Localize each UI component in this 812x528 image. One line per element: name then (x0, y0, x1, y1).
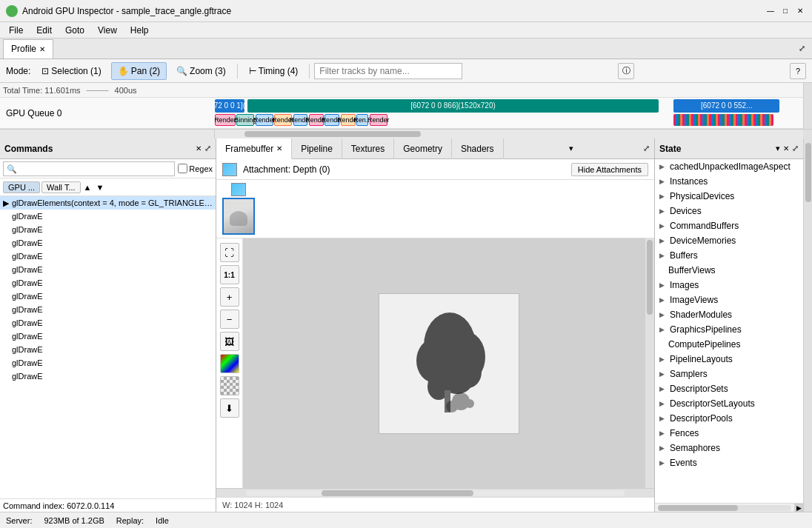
menu-goto[interactable]: Goto (59, 24, 90, 37)
state-item-7[interactable]: BufferViews (655, 263, 803, 278)
zoom-out-button[interactable]: − (220, 310, 239, 329)
state-outer-vscroll[interactable] (803, 138, 812, 512)
profile-tab-close[interactable]: ✕ (39, 45, 45, 53)
preview-vscroll[interactable] (645, 238, 654, 488)
command-row-12[interactable]: glDrawE (0, 356, 216, 370)
state-item-12[interactable]: ComputePipelines (655, 337, 803, 352)
sort-down-button[interactable]: ▼ (94, 183, 105, 192)
menu-edit[interactable]: Edit (30, 24, 58, 37)
horizontal-scrollbar[interactable] (0, 129, 812, 138)
render-bar-9[interactable]: Render (370, 114, 387, 126)
state-item-10[interactable]: ▶ ShaderModules (655, 307, 803, 322)
image-button[interactable]: 🖼 (220, 332, 239, 351)
selection-button[interactable]: ⊡ Selection (1) (35, 62, 107, 80)
state-item-6[interactable]: ▶ Buffers (655, 248, 803, 263)
state-item-5[interactable]: ▶ DeviceMemories (655, 233, 803, 248)
tab-textures[interactable]: Textures (342, 138, 394, 159)
state-close[interactable]: ✕ (783, 144, 789, 153)
tab-framebuffer-close[interactable]: ✕ (276, 144, 282, 153)
command-row-11[interactable]: glDrawE (0, 343, 216, 356)
depth-thumbnail[interactable] (222, 198, 255, 235)
state-item-1[interactable]: ▶ Instances (655, 174, 803, 189)
center-panel-chevron[interactable]: ▾ (565, 144, 578, 153)
download-button[interactable]: ⬇ (220, 398, 239, 418)
command-row-7[interactable]: glDrawE (0, 290, 216, 303)
state-item-14[interactable]: ▶ Samplers (655, 367, 803, 381)
render-bar-2[interactable]: Render (256, 114, 273, 126)
center-panel-expand[interactable]: ⤢ (639, 144, 654, 153)
state-item-0[interactable]: ▶ cachedUnpackedImageAspect (655, 159, 803, 174)
state-item-11[interactable]: ▶ GraphicsPipelines (655, 322, 803, 337)
actual-size-button[interactable]: 1:1 (220, 265, 239, 284)
render-bar-8[interactable]: Ren... (356, 114, 368, 126)
timing-button[interactable]: ⊢ Timing (4) (242, 62, 305, 80)
depth-thumbnail-container[interactable] (222, 183, 255, 235)
profile-tab[interactable]: Profile ✕ (3, 39, 53, 59)
state-item-20[interactable]: ▶ Events (655, 455, 803, 470)
restore-button[interactable]: □ (779, 5, 791, 17)
command-row-9[interactable]: glDrawE (0, 316, 216, 330)
state-item-13[interactable]: ▶ PipelineLayouts (655, 352, 803, 367)
state-item-3[interactable]: ▶ Devices (655, 204, 803, 218)
preview-hscroll[interactable] (216, 488, 654, 497)
palette-button[interactable]: 🎨 (220, 354, 239, 373)
gpu-block-0[interactable]: [6072 0 0 1](1... (215, 99, 244, 113)
menu-view[interactable]: View (92, 24, 123, 37)
state-item-16[interactable]: ▶ DescriptorSetLayouts (655, 396, 803, 411)
menu-help[interactable]: Help (124, 24, 155, 37)
commands-expand[interactable]: ⤢ (204, 144, 211, 153)
command-row-5[interactable]: glDrawE (0, 263, 216, 276)
fit-screen-button[interactable]: ⛶ (220, 243, 239, 262)
state-item-4[interactable]: ▶ CommandBuffers (655, 218, 803, 233)
state-item-18[interactable]: ▶ Fences (655, 426, 803, 441)
tab-framebuffer[interactable]: Framebuffer ✕ (216, 138, 292, 159)
state-item-8[interactable]: ▶ Images (655, 278, 803, 293)
filter-input[interactable] (314, 63, 462, 79)
dense-render-bars[interactable] (673, 114, 773, 126)
command-row-10[interactable]: glDrawE (0, 330, 216, 343)
state-item-9[interactable]: ▶ ImageViews (655, 293, 803, 307)
tab-shaders[interactable]: Shaders (452, 138, 504, 159)
minimize-button[interactable]: — (765, 5, 776, 17)
checkerboard-button[interactable] (220, 376, 239, 395)
pan-button[interactable]: ✋ Pan (2) (111, 62, 167, 80)
command-row-1[interactable]: glDrawE (0, 210, 216, 223)
regex-toggle[interactable]: Regex (178, 164, 213, 173)
render-bar-1[interactable]: Binning (236, 114, 254, 126)
gpu-block-2[interactable]: [6072 0 0 552... (673, 99, 779, 113)
framebuffer-preview[interactable] (243, 238, 654, 488)
tab-geometry[interactable]: Geometry (394, 138, 452, 159)
help-button[interactable]: ? (790, 63, 806, 79)
command-row-3[interactable]: glDrawE (0, 236, 216, 250)
tab-pipeline[interactable]: Pipeline (292, 138, 342, 159)
info-button[interactable]: ⓘ (618, 63, 634, 79)
gpu-block-1[interactable]: [6072 0 0 866](1520x720) (247, 99, 659, 113)
state-scroll-right[interactable]: ▶ (794, 504, 803, 512)
state-item-2[interactable]: ▶ PhysicalDevices (655, 189, 803, 204)
close-button[interactable]: ✕ (794, 5, 806, 17)
state-item-17[interactable]: ▶ DescriptorPools (655, 411, 803, 426)
hide-attachments-button[interactable]: Hide Attachments (571, 163, 648, 176)
command-row-0[interactable]: ▶ glDrawElements(context = 4, mode = GL_… (0, 196, 216, 210)
state-item-15[interactable]: ▶ DescriptorSets (655, 381, 803, 396)
command-row-2[interactable]: glDrawE (0, 223, 216, 236)
command-row-8[interactable]: glDrawE (0, 303, 216, 316)
regex-checkbox[interactable] (178, 164, 187, 173)
state-item-19[interactable]: ▶ Semaphores (655, 441, 803, 455)
window-expand-button[interactable]: ⤢ (794, 41, 809, 56)
commands-close[interactable]: ✕ (196, 144, 202, 153)
commands-search-input[interactable] (3, 161, 175, 176)
state-hscroll[interactable]: ▶ (655, 503, 803, 512)
command-row-13[interactable]: glDrawE (0, 370, 216, 383)
command-row-4[interactable]: glDrawE (0, 250, 216, 263)
gpu-mode-button[interactable]: GPU ... (3, 181, 40, 193)
zoom-button[interactable]: 🔍 Zoom (3) (170, 62, 233, 80)
wall-time-button[interactable]: Wall T... (41, 181, 81, 193)
menu-file[interactable]: File (3, 24, 29, 37)
zoom-in-button[interactable]: + (220, 287, 239, 307)
sort-up-button[interactable]: ▲ (82, 183, 93, 192)
state-expand[interactable]: ⤢ (792, 144, 799, 153)
command-row-6[interactable]: glDrawE (0, 276, 216, 290)
state-chevron[interactable]: ▾ (776, 144, 780, 153)
render-bar-0[interactable]: Render (215, 114, 236, 126)
